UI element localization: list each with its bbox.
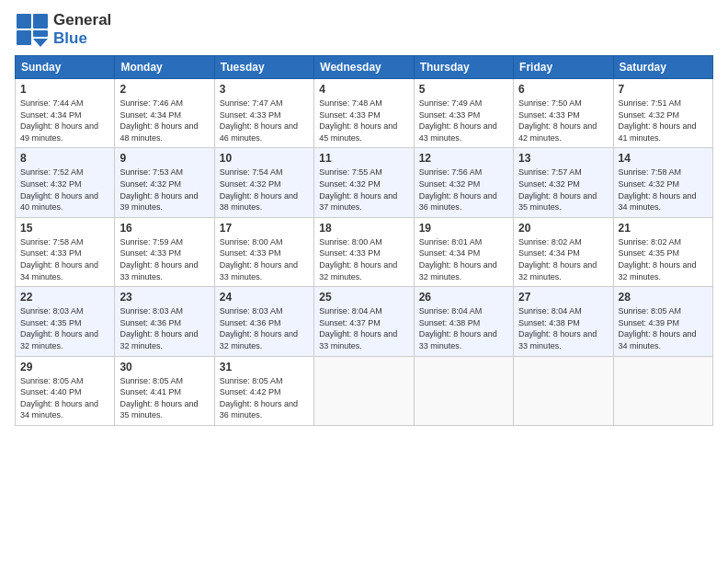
day-number: 19 [419, 222, 508, 235]
day-info: Sunrise: 8:00 AMSunset: 4:33 PMDaylight:… [319, 237, 397, 282]
day-info: Sunrise: 7:44 AMSunset: 4:34 PMDaylight:… [20, 98, 98, 143]
day-cell-21: 21 Sunrise: 8:02 AMSunset: 4:35 PMDaylig… [613, 217, 712, 286]
header-row: SundayMondayTuesdayWednesdayThursdayFrid… [16, 56, 713, 79]
day-info: Sunrise: 7:53 AMSunset: 4:32 PMDaylight:… [119, 167, 198, 212]
week-row-1: 1 Sunrise: 7:44 AMSunset: 4:34 PMDayligh… [16, 79, 713, 148]
day-number: 27 [518, 291, 608, 304]
day-number: 30 [119, 361, 209, 373]
col-header-saturday: Saturday [613, 56, 712, 79]
col-header-friday: Friday [514, 56, 613, 79]
day-number: 17 [220, 222, 309, 235]
day-info: Sunrise: 7:50 AMSunset: 4:33 PMDaylight:… [518, 98, 597, 143]
day-cell-12: 12 Sunrise: 7:56 AMSunset: 4:32 PMDaylig… [414, 148, 513, 217]
day-number: 13 [518, 152, 608, 165]
day-info: Sunrise: 7:52 AMSunset: 4:32 PMDaylight:… [20, 167, 98, 212]
day-number: 14 [619, 152, 708, 165]
day-info: Sunrise: 8:02 AMSunset: 4:34 PMDaylight:… [518, 237, 597, 282]
day-info: Sunrise: 7:56 AMSunset: 4:32 PMDaylight:… [419, 167, 497, 212]
day-cell-29: 29 Sunrise: 8:05 AMSunset: 4:40 PMDaylig… [16, 356, 115, 425]
day-cell-14: 14 Sunrise: 7:58 AMSunset: 4:32 PMDaylig… [613, 148, 712, 217]
day-cell-19: 19 Sunrise: 8:01 AMSunset: 4:34 PMDaylig… [414, 217, 513, 286]
day-cell-27: 27 Sunrise: 8:04 AMSunset: 4:38 PMDaylig… [514, 287, 613, 356]
day-info: Sunrise: 7:49 AMSunset: 4:33 PMDaylight:… [419, 98, 497, 143]
day-info: Sunrise: 7:47 AMSunset: 4:33 PMDaylight:… [220, 98, 298, 143]
day-number: 22 [20, 291, 109, 304]
day-number: 3 [220, 83, 309, 96]
empty-cell [514, 356, 613, 425]
day-number: 9 [119, 152, 209, 165]
day-cell-13: 13 Sunrise: 7:57 AMSunset: 4:32 PMDaylig… [514, 148, 613, 217]
day-cell-31: 31 Sunrise: 8:05 AMSunset: 4:42 PMDaylig… [214, 356, 313, 425]
day-cell-7: 7 Sunrise: 7:51 AMSunset: 4:32 PMDayligh… [613, 79, 712, 148]
logo-icon [15, 12, 50, 47]
day-cell-30: 30 Sunrise: 8:05 AMSunset: 4:41 PMDaylig… [115, 356, 214, 425]
day-number: 4 [319, 83, 408, 96]
day-number: 26 [419, 291, 508, 304]
day-number: 29 [20, 361, 109, 373]
day-info: Sunrise: 8:01 AMSunset: 4:34 PMDaylight:… [419, 237, 497, 282]
day-cell-24: 24 Sunrise: 8:03 AMSunset: 4:36 PMDaylig… [214, 287, 313, 356]
day-info: Sunrise: 8:02 AMSunset: 4:35 PMDaylight:… [619, 237, 697, 282]
day-cell-1: 1 Sunrise: 7:44 AMSunset: 4:34 PMDayligh… [16, 79, 115, 148]
week-row-5: 29 Sunrise: 8:05 AMSunset: 4:40 PMDaylig… [16, 356, 713, 425]
day-cell-11: 11 Sunrise: 7:55 AMSunset: 4:32 PMDaylig… [314, 148, 414, 217]
day-cell-15: 15 Sunrise: 7:58 AMSunset: 4:33 PMDaylig… [16, 217, 115, 286]
day-number: 21 [619, 222, 708, 235]
day-info: Sunrise: 8:04 AMSunset: 4:37 PMDaylight:… [319, 306, 397, 350]
day-number: 10 [220, 152, 309, 165]
day-number: 12 [419, 152, 508, 165]
day-cell-9: 9 Sunrise: 7:53 AMSunset: 4:32 PMDayligh… [115, 148, 214, 217]
day-cell-10: 10 Sunrise: 7:54 AMSunset: 4:32 PMDaylig… [214, 148, 313, 217]
day-number: 20 [518, 222, 608, 235]
day-info: Sunrise: 8:03 AMSunset: 4:35 PMDaylight:… [20, 306, 98, 350]
col-header-tuesday: Tuesday [214, 56, 313, 79]
day-number: 18 [319, 222, 408, 235]
page: General Blue SundayMondayTuesdayWednesda… [0, 0, 728, 563]
svg-rect-1 [33, 14, 48, 29]
day-cell-16: 16 Sunrise: 7:59 AMSunset: 4:33 PMDaylig… [115, 217, 214, 286]
day-info: Sunrise: 8:05 AMSunset: 4:39 PMDaylight:… [619, 306, 697, 350]
day-cell-4: 4 Sunrise: 7:48 AMSunset: 4:33 PMDayligh… [314, 79, 414, 148]
day-number: 24 [220, 291, 309, 304]
logo-general: General [53, 11, 111, 29]
header: General Blue [15, 11, 713, 48]
day-number: 15 [20, 222, 109, 235]
col-header-sunday: Sunday [16, 56, 115, 79]
day-number: 28 [619, 291, 708, 304]
empty-cell [314, 356, 414, 425]
svg-rect-3 [33, 30, 48, 37]
day-number: 2 [119, 83, 209, 96]
svg-rect-0 [17, 14, 31, 29]
day-number: 1 [20, 83, 109, 96]
day-number: 31 [220, 361, 309, 373]
calendar: SundayMondayTuesdayWednesdayThursdayFrid… [15, 55, 713, 426]
day-cell-17: 17 Sunrise: 8:00 AMSunset: 4:33 PMDaylig… [214, 217, 313, 286]
day-info: Sunrise: 8:04 AMSunset: 4:38 PMDaylight:… [419, 306, 497, 350]
day-info: Sunrise: 8:03 AMSunset: 4:36 PMDaylight:… [220, 306, 298, 350]
empty-cell [613, 356, 712, 425]
week-row-2: 8 Sunrise: 7:52 AMSunset: 4:32 PMDayligh… [16, 148, 713, 217]
day-cell-26: 26 Sunrise: 8:04 AMSunset: 4:38 PMDaylig… [414, 287, 513, 356]
day-cell-18: 18 Sunrise: 8:00 AMSunset: 4:33 PMDaylig… [314, 217, 414, 286]
day-info: Sunrise: 7:59 AMSunset: 4:33 PMDaylight:… [119, 237, 198, 282]
svg-marker-4 [33, 39, 48, 47]
empty-cell [414, 356, 513, 425]
day-cell-2: 2 Sunrise: 7:46 AMSunset: 4:34 PMDayligh… [115, 79, 214, 148]
day-info: Sunrise: 7:55 AMSunset: 4:32 PMDaylight:… [319, 167, 397, 212]
day-info: Sunrise: 7:48 AMSunset: 4:33 PMDaylight:… [319, 98, 397, 143]
day-info: Sunrise: 8:05 AMSunset: 4:42 PMDaylight:… [220, 376, 298, 420]
day-number: 16 [119, 222, 209, 235]
day-info: Sunrise: 8:04 AMSunset: 4:38 PMDaylight:… [518, 306, 597, 350]
day-info: Sunrise: 8:00 AMSunset: 4:33 PMDaylight:… [220, 237, 298, 282]
day-info: Sunrise: 8:05 AMSunset: 4:41 PMDaylight:… [119, 376, 198, 420]
day-cell-8: 8 Sunrise: 7:52 AMSunset: 4:32 PMDayligh… [16, 148, 115, 217]
day-cell-22: 22 Sunrise: 8:03 AMSunset: 4:35 PMDaylig… [16, 287, 115, 356]
day-cell-25: 25 Sunrise: 8:04 AMSunset: 4:37 PMDaylig… [314, 287, 414, 356]
day-number: 6 [518, 83, 608, 96]
day-info: Sunrise: 7:54 AMSunset: 4:32 PMDaylight:… [220, 167, 298, 212]
col-header-thursday: Thursday [414, 56, 513, 79]
day-info: Sunrise: 7:51 AMSunset: 4:32 PMDaylight:… [619, 98, 697, 143]
week-row-4: 22 Sunrise: 8:03 AMSunset: 4:35 PMDaylig… [16, 287, 713, 356]
day-info: Sunrise: 7:46 AMSunset: 4:34 PMDaylight:… [119, 98, 198, 143]
svg-rect-2 [17, 30, 31, 45]
